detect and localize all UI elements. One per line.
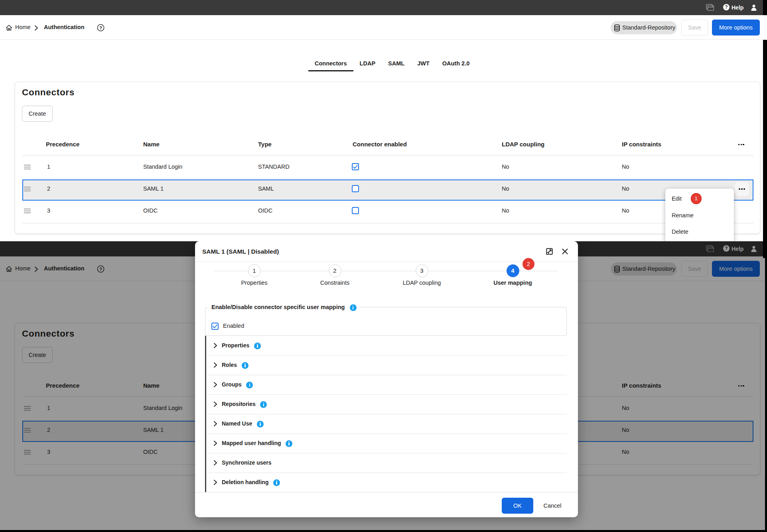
svg-text:?: ?	[99, 26, 102, 30]
